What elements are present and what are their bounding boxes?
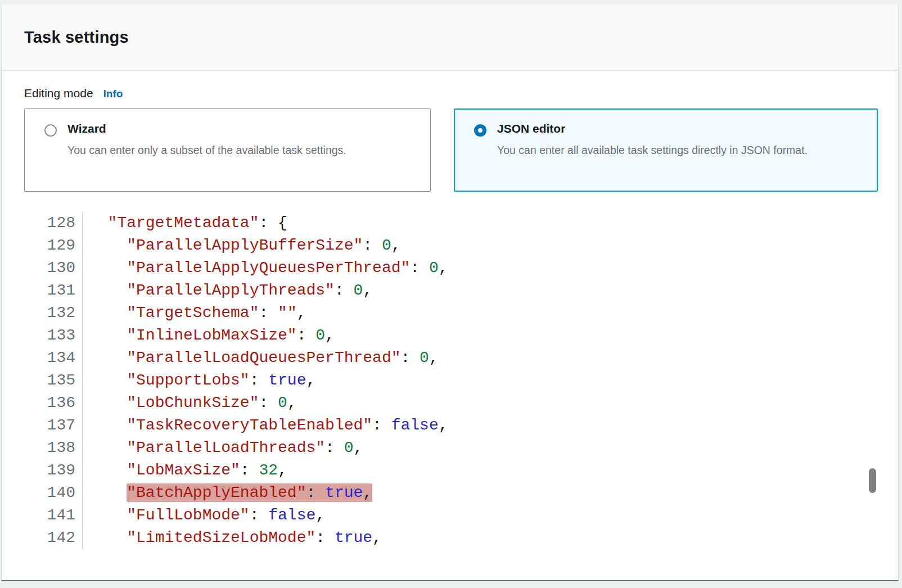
line-number: 131 <box>24 279 83 302</box>
code-line[interactable]: 134 "ParallelLoadQueuesPerThread": 0, <box>24 347 898 369</box>
code-line[interactable]: 129 "ParallelApplyBufferSize": 0, <box>24 234 898 257</box>
panel-title: Task settings <box>24 28 129 47</box>
line-number: 130 <box>24 257 83 279</box>
code-line[interactable]: 131 "ParallelApplyThreads": 0, <box>24 279 898 302</box>
code-line[interactable]: 137 "TaskRecoveryTableEnabled": false, <box>24 414 898 437</box>
code-line[interactable]: 135 "SupportLobs": true, <box>24 369 898 392</box>
line-number: 129 <box>24 234 83 257</box>
code-text: "TargetSchema": "", <box>83 302 306 324</box>
code-line[interactable]: 128 "TargetMetadata": { <box>24 212 898 234</box>
code-text: "FullLobMode": false, <box>83 504 325 527</box>
code-text: "ParallelLoadQueuesPerThread": 0, <box>83 347 439 369</box>
code-line[interactable]: 139 "LobMaxSize": 32, <box>24 459 898 482</box>
scrollbar-thumb[interactable] <box>869 468 876 493</box>
code-line[interactable]: 140 "BatchApplyEnabled": true, <box>24 482 898 504</box>
code-text: "ParallelApplyThreads": 0, <box>83 279 372 302</box>
option-label: JSON editor <box>497 122 808 135</box>
json-editor[interactable]: 128 "TargetMetadata": {129 "ParallelAppl… <box>24 212 898 549</box>
code-text: "SupportLobs": true, <box>83 369 315 392</box>
code-line[interactable]: 142 "LimitedSizeLobMode": true, <box>24 527 898 549</box>
code-text: "LobMaxSize": 32, <box>83 459 287 482</box>
code-text: "ParallelApplyQueuesPerThread": 0, <box>83 257 448 279</box>
code-text: "ParallelApplyBufferSize": 0, <box>83 234 401 257</box>
line-number: 138 <box>24 437 83 459</box>
editing-mode-row: Editing mode Info <box>24 87 898 100</box>
option-text: Wizard You can enter only a subset of th… <box>67 122 346 191</box>
line-number: 136 <box>24 392 83 414</box>
page: Task settings Editing mode Info Wizard Y… <box>0 0 902 588</box>
line-number: 128 <box>24 212 83 234</box>
editing-mode-option-wizard[interactable]: Wizard You can enter only a subset of th… <box>24 108 431 192</box>
code-line[interactable]: 136 "LobChunkSize": 0, <box>24 392 898 414</box>
panel-header: Task settings <box>2 4 898 71</box>
code-text: "LimitedSizeLobMode": true, <box>83 527 382 549</box>
editing-mode-options: Wizard You can enter only a subset of th… <box>24 108 898 192</box>
task-settings-panel: Task settings Editing mode Info Wizard Y… <box>1 4 899 581</box>
code-text: "ParallelLoadThreads": 0, <box>83 437 363 459</box>
radio-unchecked-icon[interactable] <box>44 124 57 137</box>
code-line[interactable]: 141 "FullLobMode": false, <box>24 504 898 527</box>
code-line[interactable]: 130 "ParallelApplyQueuesPerThread": 0, <box>24 257 898 279</box>
code-text: "TargetMetadata": { <box>83 212 287 234</box>
option-text: JSON editor You can enter all available … <box>497 122 808 191</box>
line-number: 142 <box>24 527 83 549</box>
option-description: You can enter all available task setting… <box>497 140 808 161</box>
line-number: 133 <box>24 324 83 347</box>
code-text: "TaskRecoveryTableEnabled": false, <box>83 414 448 437</box>
code-text: "BatchApplyEnabled": true, <box>83 482 372 504</box>
code-line[interactable]: 138 "ParallelLoadThreads": 0, <box>24 437 898 459</box>
line-number: 132 <box>24 302 83 324</box>
option-label: Wizard <box>67 122 346 135</box>
editing-mode-label: Editing mode <box>24 87 93 100</box>
line-number: 134 <box>24 347 83 369</box>
code-text: "LobChunkSize": 0, <box>83 392 297 414</box>
line-number: 137 <box>24 414 83 437</box>
line-number: 135 <box>24 369 83 392</box>
code-text: "InlineLobMaxSize": 0, <box>83 324 335 347</box>
info-link[interactable]: Info <box>103 88 123 100</box>
panel-content: Editing mode Info Wizard You can enter o… <box>2 71 898 549</box>
code-line[interactable]: 132 "TargetSchema": "", <box>24 302 898 324</box>
line-number: 141 <box>24 504 83 527</box>
line-number: 139 <box>24 459 83 482</box>
radio-checked-icon[interactable] <box>474 124 486 137</box>
option-description: You can enter only a subset of the avail… <box>67 140 346 161</box>
line-number: 140 <box>24 482 83 504</box>
editing-mode-option-json-editor[interactable]: JSON editor You can enter all available … <box>454 108 878 192</box>
code-lines: 128 "TargetMetadata": {129 "ParallelAppl… <box>24 212 898 549</box>
highlighted-code: "BatchApplyEnabled": true, <box>127 483 372 502</box>
code-line[interactable]: 133 "InlineLobMaxSize": 0, <box>24 324 898 347</box>
